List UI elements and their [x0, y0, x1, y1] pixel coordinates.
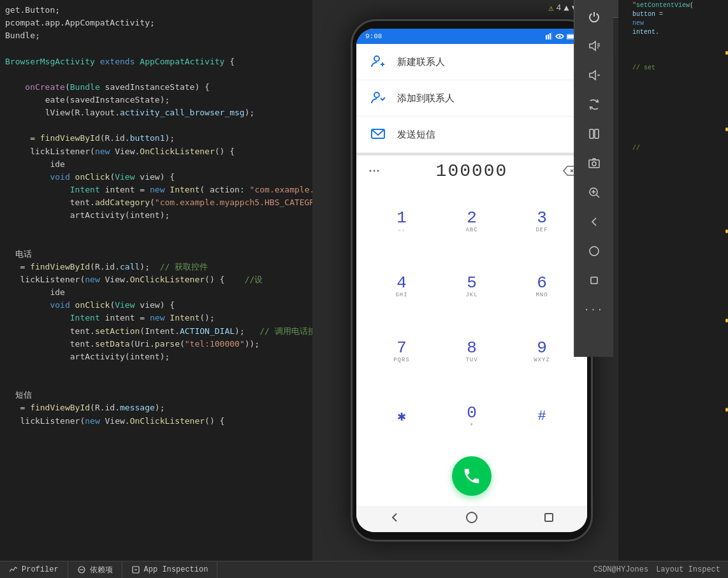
deps-tab[interactable]: 依赖项 — [68, 561, 122, 578]
code-editor: get.Button; pcompat.app.AppCompatActivit… — [0, 0, 319, 561]
rotate-button[interactable] — [580, 90, 608, 119]
right-code-panel: "setContentView( button = new intent. //… — [618, 0, 728, 561]
screenshot-button[interactable] — [580, 149, 608, 177]
back-button[interactable] — [580, 208, 608, 236]
bottom-bar: Profiler 依赖项 App Inspection CSDN@HYJones… — [0, 561, 728, 578]
dialer: 100000 1 ▫▫ 2 — [356, 155, 587, 506]
warning-icon: ⚠ — [548, 3, 553, 13]
warning-count: 4 — [556, 3, 561, 13]
contact-sms-label: 发送短信 — [397, 129, 435, 141]
scroll-indicator-2 — [725, 127, 728, 131]
svg-rect-1 — [548, 34, 549, 40]
key-9[interactable]: 9 WXYZ — [507, 319, 577, 384]
inspection-icon — [131, 565, 140, 574]
svg-line-31 — [596, 195, 599, 198]
svg-point-11 — [374, 92, 379, 98]
bottom-right: CSDN@HYJones Layout Inspect — [593, 565, 728, 574]
svg-rect-28 — [589, 160, 599, 168]
svg-point-13 — [370, 170, 372, 172]
svg-point-34 — [590, 247, 599, 256]
more-button[interactable]: ··· — [580, 296, 608, 324]
contacts-menu: 新建联系人 添加到联系人 发送短信 — [356, 44, 587, 153]
svg-rect-19 — [545, 514, 553, 521]
key-0[interactable]: 0 + — [437, 384, 507, 449]
svg-point-18 — [467, 512, 477, 523]
home-nav-button[interactable] — [465, 511, 478, 527]
phone-screen: 9:08 新建联系人 — [356, 29, 587, 532]
add-contact-new-icon — [369, 53, 387, 71]
key-7[interactable]: 7 PQRS — [367, 319, 437, 384]
profiler-icon — [9, 565, 18, 574]
dialer-top: 100000 — [356, 155, 587, 186]
key-1[interactable]: 1 ▫▫ — [367, 189, 437, 254]
svg-rect-35 — [591, 277, 597, 284]
profiler-tab[interactable]: Profiler — [0, 561, 68, 578]
fold-button[interactable] — [580, 120, 608, 148]
status-time: 9:08 — [365, 33, 382, 40]
svg-rect-3 — [551, 33, 552, 40]
back-nav-button[interactable] — [388, 511, 401, 527]
scroll-indicator-3 — [725, 229, 728, 233]
contact-new-label: 新建联系人 — [397, 56, 445, 68]
svg-marker-20 — [590, 41, 595, 50]
contact-add-label: 添加到联系人 — [397, 92, 455, 105]
key-hash[interactable]: # — [507, 384, 577, 449]
key-star[interactable]: ✱ — [367, 384, 437, 449]
contact-add[interactable]: 添加到联系人 — [356, 80, 587, 117]
layout-inspect-text: Layout Inspect — [656, 565, 720, 574]
svg-point-15 — [377, 170, 379, 172]
nav-up-icon[interactable]: ▲ — [564, 3, 569, 13]
zoom-button[interactable] — [580, 178, 608, 206]
scroll-indicator-1 — [725, 51, 728, 55]
svg-point-8 — [374, 56, 379, 61]
emulator-controls: ··· — [574, 0, 613, 357]
key-8[interactable]: 8 TUV — [437, 319, 507, 384]
key-4[interactable]: 4 GHI — [367, 254, 437, 319]
add-contact-existing-icon — [369, 89, 387, 107]
svg-rect-0 — [546, 35, 547, 40]
key-3[interactable]: 3 DEF — [507, 189, 577, 254]
key-2[interactable]: 2 ABC — [437, 189, 507, 254]
phone-shell: 9:08 新建联系人 — [351, 19, 593, 542]
recents-nav-button[interactable] — [542, 511, 555, 527]
send-sms-icon — [369, 126, 387, 143]
keypad: 1 ▫▫ 2 ABC 3 DEF 4 GHI — [356, 186, 587, 451]
svg-rect-27 — [595, 129, 599, 138]
call-button-row — [356, 451, 587, 506]
dialer-menu-button[interactable] — [364, 161, 384, 181]
key-5[interactable]: 5 JKL — [437, 254, 507, 319]
volume-down-button[interactable] — [580, 61, 608, 89]
key-6[interactable]: 6 MNO — [507, 254, 577, 319]
warning-badge: ⚠ 4 ▲ ▼ — [548, 3, 577, 13]
svg-point-4 — [559, 36, 561, 38]
status-bar: 9:08 — [356, 29, 587, 44]
svg-rect-2 — [550, 33, 551, 40]
nav-bar — [356, 506, 587, 532]
profiler-label: Profiler — [22, 565, 59, 574]
author-text: CSDN@HYJones — [593, 565, 648, 574]
svg-marker-24 — [590, 71, 595, 80]
contact-new[interactable]: 新建联系人 — [356, 44, 587, 80]
scroll-indicator-5 — [725, 408, 728, 412]
scroll-indicator-4 — [725, 319, 728, 322]
home-button[interactable] — [580, 237, 608, 265]
volume-up-button[interactable] — [580, 32, 608, 60]
app-inspection-label: App Inspection — [144, 565, 208, 574]
recents-button[interactable] — [580, 266, 608, 294]
deps-icon — [77, 565, 86, 574]
dialer-number: 100000 — [384, 161, 559, 181]
deps-label: 依赖项 — [90, 565, 113, 575]
svg-point-29 — [592, 162, 596, 166]
svg-point-14 — [374, 170, 375, 172]
call-button[interactable] — [452, 456, 491, 496]
power-button[interactable] — [580, 3, 608, 31]
svg-rect-26 — [590, 129, 593, 138]
contact-sms[interactable]: 发送短信 — [356, 117, 587, 153]
app-inspection-tab[interactable]: App Inspection — [122, 561, 218, 578]
